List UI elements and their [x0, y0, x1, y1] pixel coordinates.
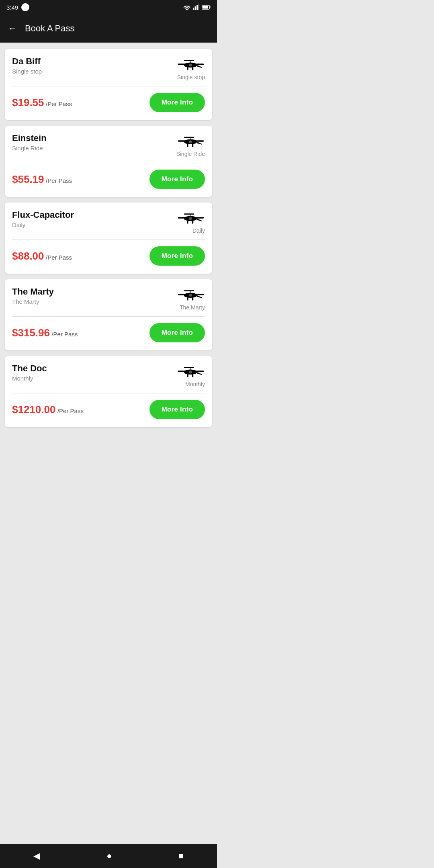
- helicopter-icon-the-marty: [176, 287, 205, 303]
- svg-rect-30: [192, 221, 194, 223]
- svg-rect-11: [184, 60, 194, 61]
- pass-price-the-marty: $315.96: [12, 327, 50, 339]
- pass-list: Da Biff Single stop Single stop: [0, 43, 217, 466]
- pass-price-suffix-da-biff: /Per Pass: [46, 100, 72, 107]
- pass-price-flux-capacitor: $88.00: [12, 250, 44, 262]
- more-info-button-da-biff[interactable]: More Info: [149, 93, 205, 112]
- svg-rect-22: [192, 144, 194, 147]
- more-info-button-einstein[interactable]: More Info: [149, 170, 205, 189]
- pass-card-the-doc: The Doc Monthly Monthly: [5, 356, 212, 427]
- svg-rect-16: [178, 140, 190, 142]
- svg-rect-40: [178, 371, 190, 372]
- app-icon: [21, 3, 29, 11]
- battery-icon: [202, 5, 211, 10]
- svg-rect-8: [178, 63, 190, 65]
- svg-rect-2: [197, 5, 198, 10]
- svg-rect-29: [187, 221, 188, 223]
- pass-type-label-einstein: Single Ride: [176, 151, 205, 157]
- svg-rect-27: [184, 213, 194, 215]
- svg-rect-33: [196, 294, 204, 295]
- svg-rect-46: [192, 374, 194, 377]
- pass-type-flux-capacitor: Daily: [12, 221, 74, 228]
- svg-point-12: [189, 63, 192, 66]
- svg-rect-0: [193, 8, 194, 10]
- more-info-button-the-marty[interactable]: More Info: [149, 323, 205, 342]
- svg-rect-38: [192, 297, 194, 300]
- svg-rect-32: [178, 294, 190, 295]
- pass-price-suffix-flux-capacitor: /Per Pass: [46, 254, 72, 261]
- pass-card-einstein: Einstein Single Ride Single Ride: [5, 126, 212, 197]
- pass-card-the-marty: The Marty The Marty The Marty: [5, 279, 212, 350]
- svg-rect-37: [187, 297, 188, 300]
- svg-rect-5: [210, 6, 211, 8]
- svg-rect-35: [184, 290, 194, 291]
- pass-type-the-doc: Monthly: [12, 375, 47, 382]
- svg-rect-21: [187, 144, 188, 147]
- pass-type-label-the-marty: The Marty: [180, 304, 205, 311]
- svg-point-44: [189, 371, 192, 373]
- signal-icon: [193, 4, 199, 10]
- pass-name-the-marty: The Marty: [12, 287, 54, 297]
- svg-rect-25: [196, 217, 204, 219]
- svg-rect-43: [184, 367, 194, 368]
- pass-type-da-biff: Single stop: [12, 68, 42, 75]
- page-title: Book A Pass: [25, 23, 75, 34]
- app-header: ← Book A Pass: [0, 14, 217, 43]
- pass-type-label-the-doc: Monthly: [185, 381, 205, 387]
- pass-price-suffix-the-marty: /Per Pass: [51, 331, 78, 338]
- pass-price-suffix-einstein: /Per Pass: [46, 177, 72, 184]
- more-info-button-the-doc[interactable]: More Info: [149, 400, 205, 419]
- pass-name-da-biff: Da Biff: [12, 56, 42, 67]
- svg-rect-3: [199, 4, 200, 10]
- svg-point-28: [189, 217, 192, 220]
- svg-point-20: [189, 140, 192, 143]
- pass-type-einstein: Single Ride: [12, 145, 47, 151]
- svg-rect-41: [196, 371, 204, 372]
- pass-price-the-doc: $1210.00: [12, 403, 55, 416]
- pass-card-da-biff: Da Biff Single stop Single stop: [5, 49, 212, 120]
- wifi-icon: [183, 4, 190, 10]
- helicopter-icon-da-biff: [176, 56, 205, 72]
- helicopter-icon-the-doc: [176, 363, 205, 379]
- status-time: 3:49: [6, 4, 18, 11]
- status-bar: 3:49: [0, 0, 217, 14]
- svg-rect-14: [192, 67, 194, 70]
- pass-card-flux-capacitor: Flux-Capacitor Daily Daily: [5, 203, 212, 274]
- pass-price-da-biff: $19.55: [12, 96, 44, 108]
- helicopter-icon-einstein: [176, 133, 205, 149]
- helicopter-icon-flux-capacitor: [176, 210, 205, 226]
- svg-point-36: [189, 294, 192, 297]
- pass-name-the-doc: The Doc: [12, 363, 47, 374]
- pass-price-suffix-the-doc: /Per Pass: [57, 407, 84, 414]
- pass-name-einstein: Einstein: [12, 133, 47, 143]
- pass-name-flux-capacitor: Flux-Capacitor: [12, 210, 74, 220]
- pass-type-label-flux-capacitor: Daily: [192, 227, 205, 234]
- svg-rect-9: [196, 63, 204, 65]
- pass-type-label-da-biff: Single stop: [177, 74, 205, 80]
- svg-rect-24: [178, 217, 190, 219]
- pass-type-the-marty: The Marty: [12, 298, 54, 305]
- svg-rect-19: [184, 137, 194, 138]
- back-button[interactable]: ←: [6, 22, 18, 35]
- svg-rect-1: [195, 6, 196, 10]
- svg-rect-17: [196, 140, 204, 142]
- more-info-button-flux-capacitor[interactable]: More Info: [149, 246, 205, 266]
- svg-rect-13: [187, 67, 188, 70]
- svg-rect-6: [203, 6, 208, 9]
- svg-rect-45: [187, 374, 188, 377]
- pass-price-einstein: $55.19: [12, 173, 44, 185]
- status-icons: [183, 4, 211, 10]
